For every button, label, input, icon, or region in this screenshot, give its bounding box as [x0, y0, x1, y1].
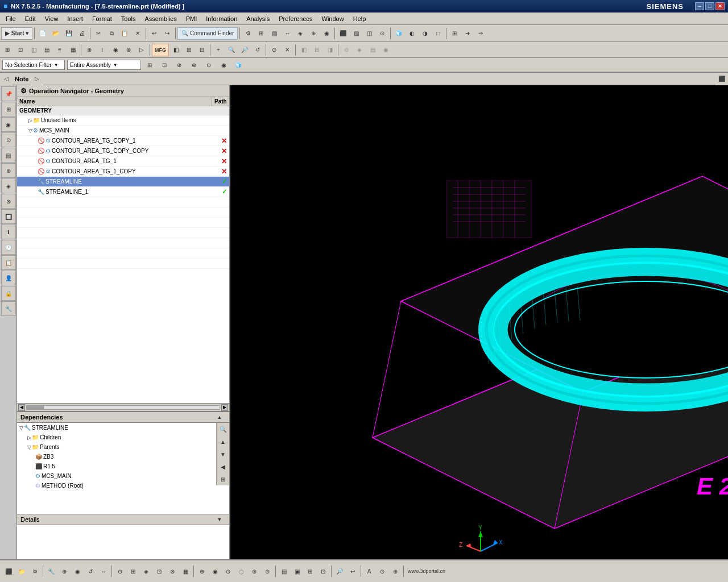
tb2-14[interactable]: ⊞	[183, 44, 195, 56]
sidebar-icon-5[interactable]: ▤	[1, 148, 16, 163]
bt-icon-27[interactable]: A	[363, 565, 375, 577]
bt-icon-15[interactable]: ⊕	[196, 565, 208, 577]
tb-icon-11[interactable]: ⊙	[376, 27, 388, 40]
close-button[interactable]: ✕	[715, 2, 725, 10]
scope-dropdown[interactable]: Entire Assembly ▼	[67, 60, 141, 70]
tb-extra-1[interactable]: ⊞	[448, 27, 461, 40]
tb-icon-8[interactable]: ⬛	[337, 27, 349, 40]
menu-insert[interactable]: Insert	[63, 13, 88, 24]
print-button[interactable]: 🖨	[76, 27, 88, 40]
menu-pmi[interactable]: PMI	[181, 13, 202, 24]
bt-icon-18[interactable]: ◌	[235, 565, 247, 577]
bt-icon-16[interactable]: ◉	[209, 565, 221, 577]
menu-information[interactable]: Information	[201, 13, 242, 24]
bt-icon-12[interactable]: ⊡	[153, 565, 166, 577]
bt-icon-11[interactable]: ◈	[140, 565, 152, 577]
sidebar-icon-12[interactable]: 📋	[1, 255, 16, 270]
bt-icon-23[interactable]: ⊞	[304, 565, 316, 577]
bt-icon-22[interactable]: ▣	[291, 565, 303, 577]
tb2-10[interactable]: ⊗	[122, 44, 135, 56]
menu-edit[interactable]: Edit	[20, 13, 40, 24]
tb-icon-1[interactable]: ⚙	[242, 27, 254, 40]
tb2-24[interactable]: ◨	[324, 44, 336, 56]
bt-icon-17[interactable]: ⊙	[222, 565, 234, 577]
render-button[interactable]: ◐	[406, 27, 418, 40]
bt-icon-21[interactable]: ▤	[278, 565, 290, 577]
save-button[interactable]: 💾	[63, 27, 75, 40]
tb2-19[interactable]: ↺	[251, 44, 264, 56]
bt-icon-13[interactable]: ⊗	[166, 565, 179, 577]
sidebar-icon-7[interactable]: ◈	[1, 178, 16, 193]
tb-icon-6[interactable]: ⊕	[307, 27, 320, 40]
dep-item-zb3[interactable]: 📦 ZB3	[17, 452, 229, 462]
sel-icon-2[interactable]: ⊡	[158, 59, 171, 71]
expand-icon[interactable]: ▽	[28, 128, 32, 134]
shade-button[interactable]: ◑	[419, 27, 431, 40]
dep-item-method[interactable]: ⚙ METHOD (Root)	[17, 481, 229, 490]
tree-item-contour3[interactable]: 🚫 ⚙ CONTOUR_AREA_TG_1 ✕	[17, 156, 229, 167]
tb2-4[interactable]: ▤	[40, 44, 53, 56]
tb2-27[interactable]: ▤	[366, 44, 379, 56]
view-3d-button[interactable]: 🧊	[392, 27, 405, 40]
scroll-thumb[interactable]	[27, 406, 44, 409]
tree-item-mcs[interactable]: ▽ ⚙ MCS_MAIN	[17, 126, 229, 136]
bt-icon-6[interactable]: ◉	[71, 565, 84, 577]
bt-icon-20[interactable]: ⊜	[261, 565, 274, 577]
sel-icon-5[interactable]: ⊙	[202, 59, 215, 71]
tree-item-streamline1[interactable]: 🔧 STREAMLINE_1 ✓	[17, 187, 229, 197]
tb2-8[interactable]: ↕	[96, 44, 109, 56]
tb2-12[interactable]: MFG	[152, 44, 169, 56]
note-btn-1[interactable]: ◁	[0, 73, 13, 85]
sidebar-icon-6[interactable]: ⊕	[1, 163, 16, 178]
menu-format[interactable]: Format	[88, 13, 117, 24]
dep-down-btn[interactable]: ▼	[217, 448, 229, 460]
tb2-7[interactable]: ⊕	[83, 44, 96, 56]
sidebar-icon-14[interactable]: 🔒	[1, 286, 16, 301]
dep-item-streamline[interactable]: ▽ 🔧 STREAMLINE	[17, 423, 229, 433]
redo-button[interactable]: ↪	[161, 27, 173, 40]
tb2-9[interactable]: ◉	[109, 44, 122, 56]
bt-icon-19[interactable]: ⊛	[248, 565, 260, 577]
tree-item-contour4[interactable]: 🚫 ⚙ CONTOUR_AREA_TG_1_COPY ✕	[17, 167, 229, 177]
bt-icon-10[interactable]: ⊞	[127, 565, 139, 577]
restore-button[interactable]: □	[705, 2, 714, 10]
tb2-11[interactable]: ▷	[135, 44, 148, 56]
dep-up-btn[interactable]: ▲	[217, 435, 229, 448]
tb2-22[interactable]: ◧	[297, 44, 310, 56]
sidebar-icon-3[interactable]: ◉	[1, 117, 16, 132]
sel-icon-4[interactable]: ⊗	[188, 59, 200, 71]
bt-icon-8[interactable]: ↔	[97, 565, 110, 577]
tb2-13[interactable]: ◧	[169, 44, 182, 56]
bt-icon-1[interactable]: ⬛	[2, 565, 15, 577]
tb2-15[interactable]: ⊟	[196, 44, 208, 56]
undo-button[interactable]: ↩	[148, 27, 160, 40]
bt-icon-2[interactable]: 📁	[15, 565, 28, 577]
expand-icon[interactable]: ▷	[28, 118, 32, 123]
selection-filter-dropdown[interactable]: No Selection Filter ▼	[2, 60, 65, 70]
tb2-1[interactable]: ⊞	[1, 44, 14, 56]
paste-button[interactable]: 📋	[118, 27, 131, 40]
bt-icon-7[interactable]: ↺	[84, 565, 97, 577]
tb2-21[interactable]: ✕	[281, 44, 293, 56]
dep-item-parents[interactable]: ▽ 📁 Parents	[17, 442, 229, 452]
sel-icon-3[interactable]: ⊕	[173, 59, 185, 71]
tb-icon-4[interactable]: ↔	[281, 27, 293, 40]
sidebar-icon-4[interactable]: ⊙	[1, 132, 16, 147]
tb2-25[interactable]: ⊙	[340, 44, 353, 56]
tb2-23[interactable]: ⊞	[311, 44, 323, 56]
sidebar-icon-8[interactable]: ⊗	[1, 194, 16, 209]
bt-icon-9[interactable]: ⊙	[114, 565, 126, 577]
bt-icon-14[interactable]: ▦	[179, 565, 192, 577]
open-button[interactable]: 📂	[49, 27, 62, 40]
command-finder-button[interactable]: 🔍 Command Finder	[177, 27, 238, 40]
menu-assemblies[interactable]: Assemblies	[140, 13, 181, 24]
tb2-2[interactable]: ⊡	[14, 44, 27, 56]
dep-item-children[interactable]: ▷ 📁 Children	[17, 433, 229, 442]
bt-icon-4[interactable]: 🔧	[45, 565, 57, 577]
tb-icon-10[interactable]: ◫	[363, 27, 375, 40]
dep-left-btn[interactable]: ◀	[217, 460, 229, 473]
tb2-17[interactable]: 🔍	[225, 44, 238, 56]
tb2-20[interactable]: ⊙	[268, 44, 280, 56]
bt-icon-25[interactable]: 🔎	[333, 565, 346, 577]
cut-button[interactable]: ✂	[92, 27, 105, 40]
